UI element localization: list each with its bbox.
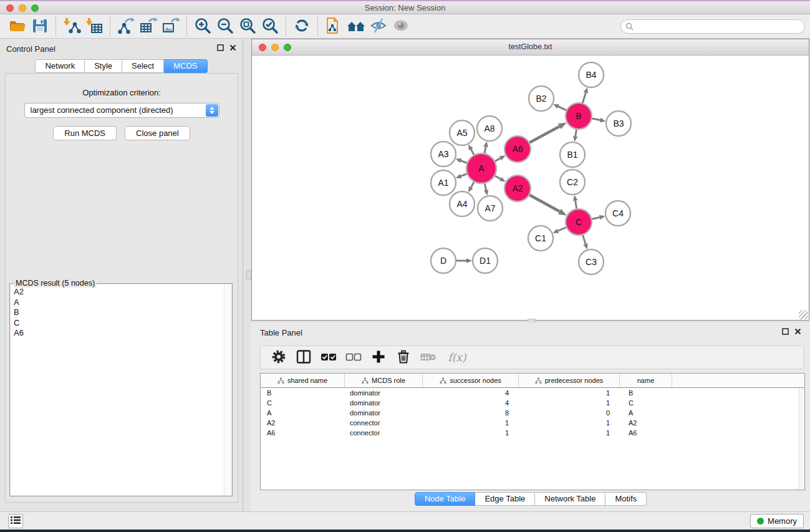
open-file-button[interactable] <box>6 16 29 37</box>
column-header[interactable]: successor nodes <box>423 374 519 387</box>
graph-edge[interactable] <box>461 173 467 176</box>
network-canvas[interactable]: B4B2BB3A8A5A6A3B1AC2A1A2A4A7C4CC1DD1C3 <box>252 56 809 320</box>
home-button[interactable] <box>345 16 367 37</box>
graph-edge[interactable] <box>461 161 467 163</box>
network-close-button[interactable] <box>259 44 266 51</box>
table-row[interactable]: Adominator80A <box>261 408 804 418</box>
node-label: D <box>440 256 446 266</box>
edge-arrowhead <box>558 122 567 129</box>
export-image-button[interactable] <box>160 16 182 37</box>
table-cell: 8 <box>423 408 519 418</box>
graph-edge[interactable] <box>558 227 567 231</box>
delete-rows-button[interactable] <box>391 347 416 367</box>
import-network-button[interactable] <box>60 16 83 37</box>
mcds-result-list[interactable]: A2ABCA6 <box>11 284 224 495</box>
graph-edge[interactable] <box>529 127 559 143</box>
run-mcds-button[interactable]: Run MCDS <box>53 126 117 140</box>
table-row[interactable]: A6connector11A6 <box>261 428 804 438</box>
graph-edge[interactable] <box>471 181 474 188</box>
optimization-criterion-select[interactable]: largest connected component (directed) <box>24 103 219 118</box>
open-session-button[interactable] <box>322 16 345 37</box>
table-row[interactable]: A2connector11A2 <box>261 418 804 428</box>
table-settings-button[interactable] <box>266 347 291 367</box>
graph-edge[interactable] <box>471 149 474 155</box>
edge-arrowhead <box>583 243 587 249</box>
function-builder-button[interactable]: f(x) <box>441 347 473 367</box>
tab-style[interactable]: Style <box>85 59 122 73</box>
tab-network[interactable]: Network <box>35 59 85 73</box>
graph-edge[interactable] <box>494 176 501 179</box>
close-panel-button[interactable]: Close panel <box>125 126 190 140</box>
table-cell: A6 <box>261 428 345 438</box>
table-row[interactable]: Cdominator41C <box>261 398 804 408</box>
column-header[interactable]: name <box>620 374 672 387</box>
graph-edge[interactable] <box>582 93 586 104</box>
network-minimize-button[interactable] <box>271 44 279 51</box>
graph-edge[interactable] <box>485 147 486 153</box>
show-details-button[interactable] <box>390 16 412 37</box>
table-row[interactable]: Bdominator41B <box>261 388 804 398</box>
show-columns-button[interactable] <box>291 347 316 367</box>
close-panel-icon[interactable] <box>229 44 236 51</box>
edge-arrowhead <box>483 142 488 148</box>
table-cell: 1 <box>423 428 519 438</box>
graph-edge[interactable] <box>592 118 600 120</box>
column-header[interactable]: predecessor nodes <box>519 374 620 387</box>
graph-edge[interactable] <box>591 218 599 220</box>
graph-edge[interactable] <box>485 183 486 190</box>
minimize-window-button[interactable] <box>19 4 26 12</box>
delete-columns-button[interactable] <box>416 347 441 367</box>
tab-select[interactable]: Select <box>122 59 164 73</box>
refresh-button[interactable] <box>291 16 313 37</box>
result-list-scrollbar[interactable] <box>224 284 231 495</box>
export-table-button[interactable] <box>137 16 160 37</box>
table-scrollbar[interactable] <box>799 388 804 490</box>
save-session-button[interactable] <box>29 16 51 37</box>
zoom-selected-button[interactable] <box>259 16 281 37</box>
graph-edge[interactable] <box>576 129 577 137</box>
edge-arrowhead <box>573 195 578 201</box>
task-history-button[interactable] <box>8 514 23 528</box>
deselect-all-button[interactable] <box>341 347 366 367</box>
hide-details-button[interactable] <box>367 16 390 37</box>
float-table-panel-icon[interactable] <box>782 328 789 335</box>
float-panel-icon[interactable] <box>217 44 224 51</box>
zoom-window-button[interactable] <box>31 4 39 12</box>
result-item[interactable]: B <box>14 307 224 318</box>
table-panel-title: Table Panel <box>260 328 302 337</box>
tab-edge-table[interactable]: Edge Table <box>475 492 535 506</box>
tab-motifs[interactable]: Motifs <box>605 492 647 506</box>
result-item[interactable]: C <box>14 318 224 329</box>
result-item[interactable]: A6 <box>14 328 224 339</box>
column-header[interactable]: MCDS role <box>345 374 423 387</box>
result-item[interactable]: A <box>14 297 224 308</box>
add-row-button[interactable] <box>366 347 391 367</box>
vertical-splitter-handle[interactable] <box>246 270 251 280</box>
export-network-button[interactable] <box>115 16 137 37</box>
graph-edge[interactable] <box>576 201 577 210</box>
graph-edge[interactable] <box>529 195 559 211</box>
graph-edge[interactable] <box>494 158 500 162</box>
network-zoom-button[interactable] <box>284 44 291 51</box>
zoom-fit-button[interactable] <box>236 16 259 37</box>
graph-edge[interactable] <box>558 107 567 110</box>
column-header[interactable]: shared name <box>261 374 345 387</box>
tab-mcds[interactable]: MCDS <box>164 59 207 73</box>
import-table-button[interactable] <box>83 16 105 37</box>
close-window-button[interactable] <box>6 4 14 12</box>
network-window-titlebar[interactable]: testGlobe.txt <box>252 39 809 56</box>
zoom-out-button[interactable] <box>214 16 236 37</box>
memory-button[interactable]: Memory <box>750 514 804 528</box>
mcds-result-title: MCDS result (5 nodes) <box>14 279 97 288</box>
search-input[interactable] <box>620 19 805 34</box>
window-resize-grip[interactable] <box>799 310 808 319</box>
graph-edge[interactable] <box>582 235 586 244</box>
result-item[interactable]: A2 <box>14 287 224 297</box>
zoom-selected-icon <box>261 16 279 37</box>
tab-node-table[interactable]: Node Table <box>415 492 476 506</box>
zoom-in-button[interactable] <box>191 16 214 37</box>
tab-network-table[interactable]: Network Table <box>535 492 605 506</box>
close-table-panel-icon[interactable] <box>794 328 801 335</box>
select-all-button[interactable] <box>316 347 341 367</box>
toolbar-separator <box>55 16 56 36</box>
